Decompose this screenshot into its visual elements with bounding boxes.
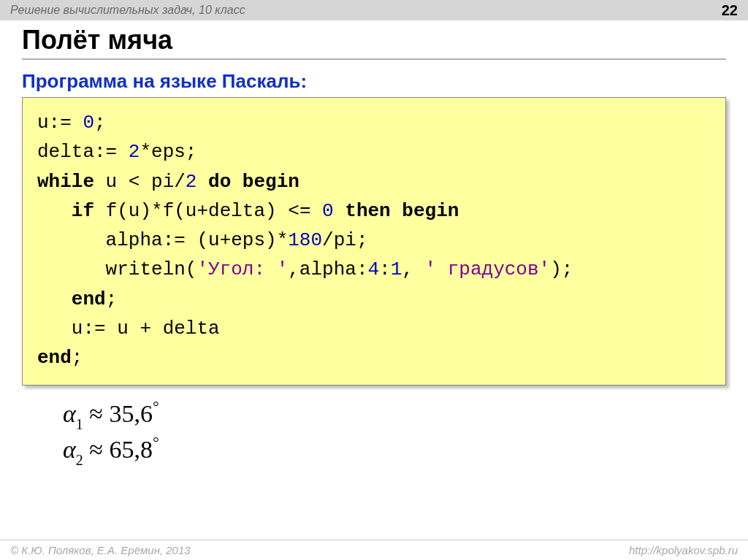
slide: Решение вычислительных задач, 10 класс 2… [0,0,748,560]
title-underline [22,58,726,60]
code-line-6: writeln('Угол: ',alpha:4:1, ' градусов')… [37,258,573,280]
slide-title: Полёт мяча [22,25,726,55]
code-line-8: u:= u + delta [37,318,220,340]
code-line-3: while u < pi/2 do begin [37,171,299,193]
footer-copyright: © К.Ю. Поляков, Е.А. Ерёмин, 2013 [10,544,191,556]
topbar: Решение вычислительных задач, 10 класс 2… [0,0,748,20]
title-area: Полёт мяча [0,20,748,66]
code-line-5: alpha:= (u+eps)*180/pi; [37,229,368,251]
code-box: u:= 0; delta:= 2*eps; while u < pi/2 do … [22,97,726,386]
result-alpha-1: α1 ≈ 35,6° [63,397,726,433]
course-title: Решение вычислительных задач, 10 класс [10,4,245,17]
content-area: Программа на языке Паскаль: u:= 0; delta… [0,66,748,469]
result-alpha-2: α2 ≈ 65,8° [63,433,726,469]
footer: © К.Ю. Поляков, Е.А. Ерёмин, 2013 http:/… [0,540,748,560]
code-line-1: u:= 0; [37,112,106,134]
code-line-7: end; [37,288,117,310]
footer-url: http://kpolyakov.spb.ru [629,544,738,556]
page-number: 22 [722,2,738,19]
results-block: α1 ≈ 35,6° α2 ≈ 65,8° [22,386,726,469]
code-line-4: if f(u)*f(u+delta) <= 0 then begin [37,200,459,222]
subtitle: Программа на языке Паскаль: [22,70,726,93]
code-line-9: end; [37,347,83,369]
code-line-2: delta:= 2*eps; [37,141,196,163]
